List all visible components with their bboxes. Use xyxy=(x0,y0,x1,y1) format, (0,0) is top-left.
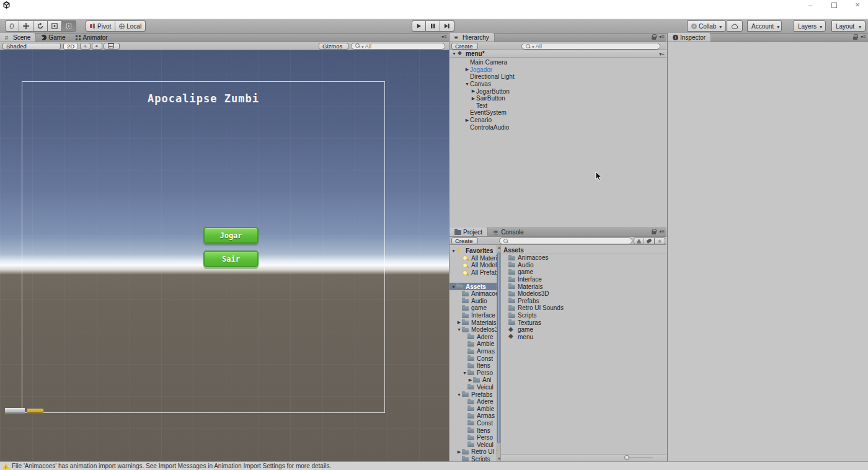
panel-menu-icon[interactable] xyxy=(659,34,665,40)
project-tree-row[interactable]: Perso xyxy=(450,434,497,441)
asset-item[interactable]: game xyxy=(501,268,666,276)
project-tree-row[interactable]: Veicul xyxy=(450,384,497,391)
asset-item[interactable]: Materiais xyxy=(501,283,666,290)
scene-header-row[interactable]: menu* xyxy=(450,50,666,58)
search-favorites-button[interactable] xyxy=(655,237,665,244)
project-tree-row[interactable]: All Prefabs xyxy=(450,269,497,277)
scrollbar-thumb[interactable] xyxy=(497,252,500,443)
scene-lighting-button[interactable] xyxy=(80,43,91,50)
expand-arrow[interactable] xyxy=(464,118,470,123)
asset-item[interactable]: Prefabs xyxy=(501,298,666,305)
project-tree-row[interactable]: Itens xyxy=(450,427,497,434)
tab-hierarchy[interactable]: Hierarchy xyxy=(450,33,495,42)
layout-dropdown[interactable]: Layout xyxy=(831,20,866,32)
account-dropdown[interactable]: Account xyxy=(747,20,782,32)
project-tree-row[interactable]: Scripts xyxy=(450,456,497,461)
project-tree-row[interactable]: Materiais xyxy=(450,319,497,326)
project-tree-row[interactable]: game xyxy=(450,304,497,312)
expand-arrow[interactable] xyxy=(471,96,476,101)
view-tab[interactable]: Scene xyxy=(0,33,36,42)
asset-item[interactable]: Animacoes xyxy=(501,254,666,262)
asset-item[interactable]: game xyxy=(501,326,666,334)
move-tool-button[interactable] xyxy=(19,20,33,32)
hierarchy-item[interactable]: Canvas xyxy=(450,81,666,88)
scene-viewport[interactable]: Apocalipse Zumbi Jogar Sair xyxy=(0,50,449,461)
project-tree-row[interactable]: Assets xyxy=(450,283,497,290)
step-button[interactable] xyxy=(440,20,454,32)
pause-button[interactable] xyxy=(426,20,440,32)
project-tree-row[interactable]: Veicul xyxy=(450,441,497,448)
asset-item[interactable]: Interface xyxy=(501,276,666,283)
tab-project[interactable]: Project xyxy=(450,228,488,236)
rect-tool-button[interactable] xyxy=(62,20,76,32)
lock-icon[interactable] xyxy=(652,229,657,234)
asset-item[interactable]: Modelos3D xyxy=(501,290,666,298)
expand-arrow[interactable] xyxy=(456,320,462,325)
create-button[interactable]: Create xyxy=(451,237,478,244)
expand-arrow[interactable] xyxy=(471,89,476,94)
hierarchy-item[interactable]: Text xyxy=(450,102,666,110)
search-by-type-button[interactable] xyxy=(634,237,644,244)
expand-arrow[interactable] xyxy=(451,51,457,56)
scroll-down-icon[interactable]: ▼ xyxy=(497,457,500,461)
project-tree-row[interactable]: Const xyxy=(450,355,497,362)
project-tree-row[interactable]: All Materials xyxy=(450,255,497,262)
create-button[interactable]: Create xyxy=(451,43,478,50)
project-tree-row[interactable]: Modelos3D xyxy=(450,326,497,334)
project-tree-row[interactable]: All Models xyxy=(450,262,497,269)
project-tree-scrollbar[interactable]: ▲ ▼ xyxy=(497,245,501,461)
hierarchy-item[interactable]: Main Camera xyxy=(450,59,666,66)
scene-audio-button[interactable] xyxy=(92,43,102,50)
minimize-icon[interactable] xyxy=(806,1,815,9)
scene-menu-icon[interactable] xyxy=(659,51,665,57)
hierarchy-item[interactable]: Cenario xyxy=(450,117,666,124)
project-search-input[interactable] xyxy=(499,237,632,244)
expand-arrow[interactable] xyxy=(467,378,473,383)
project-tree-row[interactable]: Armas xyxy=(450,412,497,420)
project-tree-row[interactable]: Ambie xyxy=(450,405,497,412)
project-tree-row[interactable]: Animacoes xyxy=(450,290,497,298)
project-tree-row[interactable]: Armas xyxy=(450,348,497,355)
asset-item[interactable]: menu xyxy=(501,334,666,341)
project-tree-row[interactable]: Retro UI Sounds xyxy=(450,448,497,456)
asset-item[interactable]: Audio xyxy=(501,262,666,269)
shading-mode-dropdown[interactable]: Shaded xyxy=(2,43,61,50)
hierarchy-item[interactable]: Directional Light xyxy=(450,73,666,81)
scale-tool-button[interactable] xyxy=(48,20,62,32)
lock-icon[interactable] xyxy=(652,34,657,40)
project-tree-row[interactable]: Ani xyxy=(450,376,497,384)
project-tree-row[interactable]: Adere xyxy=(450,398,497,406)
asset-item[interactable]: Scripts xyxy=(501,312,666,319)
scene-search-input[interactable]: All xyxy=(351,43,445,50)
hierarchy-item[interactable]: EventSystem xyxy=(450,109,666,117)
search-by-label-button[interactable] xyxy=(644,237,655,244)
expand-arrow[interactable] xyxy=(456,327,462,332)
expand-arrow[interactable] xyxy=(464,82,470,86)
scroll-up-icon[interactable]: ▲ xyxy=(497,246,500,249)
project-tree-row[interactable]: Const xyxy=(450,420,497,427)
panel-menu-icon[interactable] xyxy=(441,34,447,40)
scene-effects-dropdown[interactable] xyxy=(104,43,120,50)
sair-button-object[interactable]: Sair xyxy=(203,251,259,267)
view-tab[interactable]: Animator xyxy=(71,33,113,42)
expand-arrow[interactable] xyxy=(451,249,456,253)
play-button[interactable] xyxy=(412,20,426,32)
maximize-icon[interactable] xyxy=(830,1,838,9)
hierarchy-item[interactable]: JogarButton xyxy=(450,87,666,95)
project-tree-row[interactable]: Ambie xyxy=(450,340,497,348)
hierarchy-item[interactable]: Jogador xyxy=(450,66,666,74)
scene-vehicle-truck[interactable] xyxy=(5,408,25,414)
tab-console[interactable]: Console xyxy=(488,228,529,236)
cloud-services-button[interactable] xyxy=(727,20,743,32)
pivot-toggle-button[interactable]: Pivot xyxy=(86,20,115,32)
expand-arrow[interactable] xyxy=(456,450,462,454)
close-icon[interactable] xyxy=(853,1,862,9)
project-tree-row[interactable]: Audio xyxy=(450,298,497,305)
expand-arrow[interactable] xyxy=(456,392,462,397)
project-tree-row[interactable]: Prefabs xyxy=(450,391,497,398)
panel-menu-icon[interactable] xyxy=(861,34,866,40)
status-bar[interactable]: File 'Animacoes' has animation import wa… xyxy=(0,461,868,470)
project-tree-row[interactable]: Interface xyxy=(450,312,497,319)
hierarchy-item[interactable]: ControlaAudio xyxy=(450,123,666,131)
project-tree-row[interactable]: Itens xyxy=(450,362,497,370)
